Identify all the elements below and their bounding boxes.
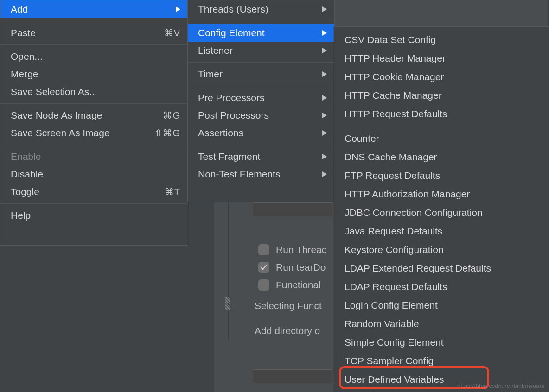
menu-merge[interactable]: Merge (0, 65, 188, 83)
menu-counter[interactable]: Counter (334, 129, 549, 148)
checkbox-checked-icon[interactable] (258, 262, 269, 273)
menu-separator (0, 21, 188, 21)
menu-assertions[interactable]: Assertions (188, 124, 334, 142)
checkbox-unchecked-icon[interactable] (258, 279, 269, 291)
menu-separator (334, 126, 549, 126)
menu-threads[interactable]: Threads (Users) (188, 0, 334, 18)
functional-row[interactable]: Functional (213, 276, 343, 294)
menu-random-variable[interactable]: Random Variable (334, 315, 549, 333)
menu-redis-data-set[interactable]: jp@gc - Redis Data Set (334, 389, 549, 392)
shortcut-label: ⇧⌘G (154, 127, 180, 139)
submenu-add: Threads (Users) Config Element Listener … (187, 0, 335, 202)
shortcut-label: ⌘V (164, 27, 180, 38)
menu-listener[interactable]: Listener (188, 42, 334, 59)
menu-separator (188, 21, 334, 21)
text-field-top[interactable] (253, 202, 332, 216)
menu-separator (0, 44, 188, 45)
menu-separator (188, 145, 334, 145)
menu-non-test-elements[interactable]: Non-Test Elements (188, 165, 334, 183)
watermark: https://blog.csdn.net/binbinyouni (457, 383, 544, 389)
menu-ldap-extended[interactable]: LDAP Extended Request Defaults (334, 259, 549, 278)
menu-enable: Enable (0, 148, 188, 165)
menu-test-fragment[interactable]: Test Fragment (188, 148, 334, 165)
menu-simple-config[interactable]: Simple Config Element (334, 333, 549, 352)
menu-keystore-config[interactable]: Keystore Configuration (334, 240, 549, 259)
menu-timer[interactable]: Timer (188, 65, 334, 83)
menu-csv-data-set[interactable]: CSV Data Set Config (334, 31, 549, 49)
background-options: Run Thread Run tearDo Functional Selecti… (213, 241, 343, 336)
menu-http-header-manager[interactable]: HTTP Header Manager (334, 49, 549, 68)
shortcut-label: ⌘G (163, 110, 180, 121)
run-thread-label: Run Thread (276, 244, 327, 255)
submenu-arrow-icon (322, 95, 327, 101)
menu-add-label: Add (11, 4, 176, 15)
submenu-arrow-icon (322, 154, 327, 159)
checkbox-unchecked-icon[interactable] (258, 244, 269, 255)
menu-disable[interactable]: Disable (0, 165, 188, 183)
menu-paste-label: Paste (11, 27, 164, 38)
submenu-config-element: CSV Data Set Config HTTP Header Manager … (334, 26, 549, 392)
menu-separator (0, 203, 188, 204)
menu-help[interactable]: Help (0, 207, 188, 224)
context-menu-1: Add Paste ⌘V Open... Merge Save Selectio… (0, 0, 188, 246)
menu-http-request-defaults[interactable]: HTTP Request Defaults (334, 105, 549, 123)
submenu-arrow-icon (322, 48, 327, 53)
text-field-bottom[interactable] (253, 369, 332, 383)
menu-ftp-request-defaults[interactable]: FTP Request Defaults (334, 166, 549, 185)
menu-http-auth-manager[interactable]: HTTP Authorization Manager (334, 185, 549, 203)
menu-jdbc-connection[interactable]: JDBC Connection Configuration (334, 203, 549, 222)
run-thread-row[interactable]: Run Thread (213, 241, 343, 259)
menu-http-cache-manager[interactable]: HTTP Cache Manager (334, 86, 549, 105)
submenu-arrow-icon (322, 30, 327, 36)
menu-config-element[interactable]: Config Element (188, 24, 334, 42)
menu-add[interactable]: Add (0, 0, 188, 18)
submenu-arrow-icon (322, 71, 327, 77)
menu-post-processors[interactable]: Post Processors (188, 107, 334, 124)
functional-label: Functional (276, 279, 321, 291)
menu-ldap-request-defaults[interactable]: LDAP Request Defaults (334, 278, 549, 296)
submenu-arrow-icon (322, 171, 327, 177)
menu-save-screen-image[interactable]: Save Screen As Image ⇧⌘G (0, 124, 188, 142)
menu-separator (0, 145, 188, 145)
submenu-arrow-icon (322, 113, 327, 118)
run-teardown-label: Run tearDo (276, 262, 326, 273)
submenu-arrow-icon (322, 130, 327, 136)
menu-save-selection[interactable]: Save Selection As... (0, 83, 188, 101)
selecting-line: Selecting Funct (213, 300, 343, 311)
menu-java-request-defaults[interactable]: Java Request Defaults (334, 222, 549, 240)
shortcut-label: ⌘T (165, 186, 180, 197)
menu-dns-cache-manager[interactable]: DNS Cache Manager (334, 148, 549, 166)
submenu-arrow-icon (176, 6, 180, 12)
menu-separator (188, 86, 334, 86)
menu-separator (188, 62, 334, 63)
menu-login-config[interactable]: Login Config Element (334, 296, 549, 315)
add-dir-line: Add directory o (213, 325, 343, 336)
menu-open[interactable]: Open... (0, 48, 188, 65)
menu-toggle[interactable]: Toggle ⌘T (0, 183, 188, 201)
submenu-arrow-icon (322, 6, 327, 12)
menu-separator (0, 103, 188, 104)
menu-paste[interactable]: Paste ⌘V (0, 24, 188, 42)
menu-http-cookie-manager[interactable]: HTTP Cookie Manager (334, 68, 549, 86)
menu-pre-processors[interactable]: Pre Processors (188, 89, 334, 107)
run-teardown-row[interactable]: Run tearDo (213, 259, 343, 276)
menu-save-node-image[interactable]: Save Node As Image ⌘G (0, 107, 188, 124)
